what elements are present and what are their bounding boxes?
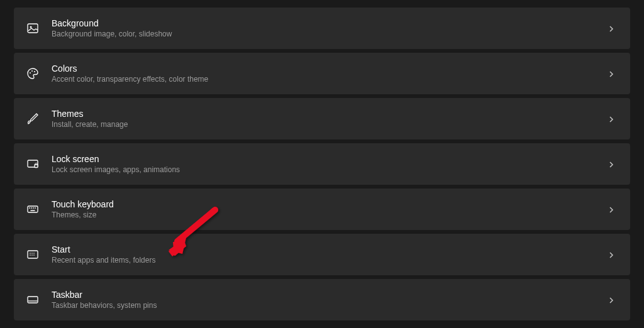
palette-icon [25, 66, 40, 81]
settings-item-touchkeyboard[interactable]: Touch keyboard Themes, size [14, 189, 630, 230]
item-text: Taskbar Taskbar behaviors, system pins [52, 290, 608, 310]
settings-item-themes[interactable]: Themes Install, create, manage [14, 98, 630, 139]
item-subtitle: Recent apps and items, folders [52, 256, 608, 265]
lock-screen-icon [25, 156, 40, 172]
item-title: Themes [52, 109, 608, 119]
item-text: Themes Install, create, manage [52, 109, 608, 129]
chevron-right-icon [608, 205, 616, 214]
item-title: Colors [52, 63, 608, 74]
svg-point-17 [30, 254, 31, 256]
item-text: Colors Accent color, transparency effect… [52, 63, 608, 84]
settings-item-colors[interactable]: Colors Accent color, transparency effect… [14, 53, 630, 94]
item-title: Lock screen [52, 154, 608, 164]
svg-point-18 [31, 254, 33, 256]
chevron-right-icon [608, 24, 616, 33]
item-title: Touch keyboard [52, 199, 608, 209]
item-subtitle: Install, create, manage [52, 120, 608, 129]
item-subtitle: Lock screen images, apps, animations [52, 165, 608, 174]
item-text: Background Background image, color, slid… [52, 18, 608, 38]
settings-item-taskbar[interactable]: Taskbar Taskbar behaviors, system pins [14, 279, 630, 320]
image-icon [25, 21, 40, 36]
svg-point-19 [33, 254, 35, 256]
svg-point-16 [33, 253, 35, 254]
start-icon [25, 247, 40, 262]
svg-point-15 [31, 253, 33, 254]
svg-point-4 [34, 71, 35, 72]
keyboard-icon [25, 202, 40, 217]
personalization-settings-list: Background Background image, color, slid… [14, 8, 630, 320]
svg-rect-20 [28, 297, 38, 303]
svg-rect-0 [28, 24, 38, 33]
brush-icon [25, 111, 40, 126]
settings-item-background[interactable]: Background Background image, color, slid… [14, 8, 630, 49]
svg-point-3 [31, 70, 33, 72]
chevron-right-icon [608, 69, 616, 78]
item-subtitle: Themes, size [52, 210, 608, 219]
settings-item-lockscreen[interactable]: Lock screen Lock screen images, apps, an… [14, 143, 630, 185]
item-title: Start [52, 244, 608, 254]
svg-rect-6 [35, 165, 38, 168]
item-subtitle: Accent color, transparency effects, colo… [52, 75, 608, 84]
svg-point-2 [30, 72, 31, 74]
svg-point-14 [30, 253, 31, 254]
svg-point-1 [30, 26, 32, 28]
item-text: Start Recent apps and items, folders [52, 244, 608, 265]
svg-rect-13 [28, 251, 38, 258]
item-title: Background [52, 18, 608, 28]
chevron-right-icon [608, 114, 616, 123]
chevron-right-icon [608, 160, 616, 168]
taskbar-icon [25, 292, 40, 307]
chevron-right-icon [608, 295, 616, 304]
item-title: Taskbar [52, 290, 608, 300]
chevron-right-icon [608, 250, 616, 259]
item-text: Touch keyboard Themes, size [52, 199, 608, 219]
item-text: Lock screen Lock screen images, apps, an… [52, 154, 608, 174]
item-subtitle: Taskbar behaviors, system pins [52, 301, 608, 310]
item-subtitle: Background image, color, slideshow [52, 30, 608, 38]
svg-rect-7 [28, 206, 38, 212]
settings-item-start[interactable]: Start Recent apps and items, folders [14, 234, 630, 275]
